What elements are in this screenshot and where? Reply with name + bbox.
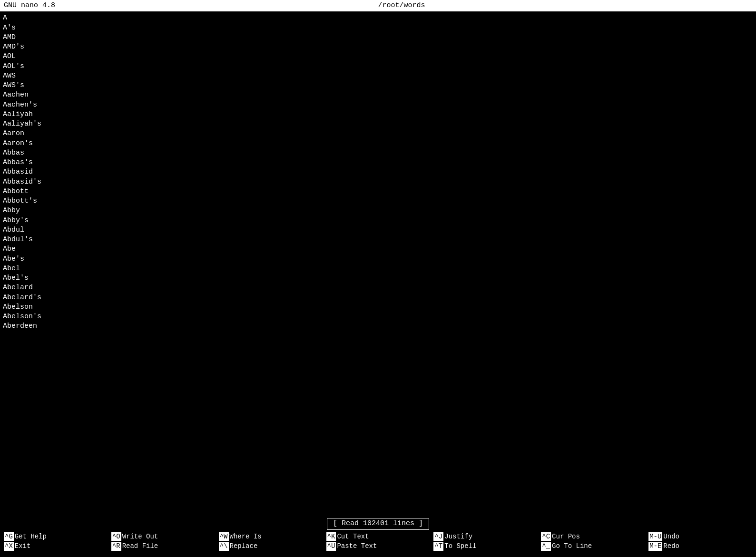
- shortcut-label: Justify: [444, 532, 472, 541]
- editor-line: Abbott: [3, 187, 753, 196]
- shortcut-label: To Spell: [444, 542, 476, 551]
- title-bar: GNU nano 4.8 /root/words: [0, 0, 756, 11]
- editor-line: Abelard: [3, 283, 753, 293]
- editor-line: AOL: [3, 52, 753, 61]
- status-message: [ Read 102401 lines ]: [327, 518, 429, 529]
- editor-line: Aachen's: [3, 100, 753, 110]
- status-bar: [ Read 102401 lines ]: [0, 517, 756, 530]
- editor-line: Abelson's: [3, 312, 753, 322]
- editor-line: Abbott's: [3, 196, 753, 206]
- shortcut-label: Go To Line: [552, 542, 592, 551]
- shortcut-key: ^X: [4, 542, 14, 551]
- editor-line: Abbasid: [3, 167, 753, 177]
- editor-line: Abdul's: [3, 235, 753, 244]
- editor-line: AOL's: [3, 62, 753, 71]
- shortcut-item[interactable]: ^J Justify: [432, 532, 539, 542]
- shortcut-label: Where Is: [230, 532, 262, 541]
- editor-line: Abbasid's: [3, 177, 753, 187]
- shortcut-item[interactable]: ^X Exit: [2, 541, 109, 551]
- shortcut-key: ^J: [433, 532, 443, 541]
- editor-line: Abe: [3, 244, 753, 254]
- editor-line: Abbas's: [3, 158, 753, 167]
- shortcut-key: ^T: [433, 542, 443, 551]
- shortcut-label: Undo: [663, 532, 679, 541]
- editor-line: Aberdeen: [3, 322, 753, 331]
- editor-line: Aaron: [3, 129, 753, 138]
- file-path: /root/words: [378, 1, 425, 10]
- shortcut-label: Cut Text: [337, 532, 369, 541]
- editor-line: A: [3, 13, 753, 23]
- shortcut-item[interactable]: ^K Cut Text: [324, 532, 432, 542]
- editor-line: Abby's: [3, 216, 753, 225]
- shortcut-key: M-U: [648, 532, 662, 541]
- editor-line: Abel: [3, 264, 753, 274]
- editor-line: Abe's: [3, 254, 753, 264]
- shortcut-key: ^C: [541, 532, 551, 541]
- shortcut-key: ^_: [541, 542, 551, 551]
- shortcut-key: ^K: [326, 532, 336, 541]
- editor-line: Abdul: [3, 225, 753, 235]
- editor-line: AWS: [3, 71, 753, 81]
- editor-line: A's: [3, 23, 753, 33]
- editor-line: AWS's: [3, 81, 753, 90]
- editor-line: AMD: [3, 33, 753, 42]
- shortcut-label: Write Out: [122, 532, 158, 541]
- editor-line: Aaron's: [3, 139, 753, 148]
- editor-line: Aaliyah: [3, 110, 753, 119]
- editor-line: AMD's: [3, 42, 753, 52]
- shortcut-item[interactable]: ^O Write Out: [109, 532, 217, 542]
- title-right: [748, 1, 752, 10]
- shortcut-key: ^R: [111, 542, 121, 551]
- shortcut-label: Redo: [663, 542, 679, 551]
- shortcut-label: Replace: [230, 542, 258, 551]
- editor-line: Aaliyah's: [3, 119, 753, 129]
- editor-line: Aachen: [3, 90, 753, 100]
- shortcut-item[interactable]: ^C Cur Pos: [539, 532, 647, 542]
- shortcut-item[interactable]: ^\ Replace: [217, 541, 324, 551]
- shortcut-label: Get Help: [15, 532, 47, 541]
- shortcut-key: ^G: [4, 532, 14, 541]
- shortcut-label: Cur Pos: [552, 532, 580, 541]
- shortcut-label: Read File: [122, 542, 158, 551]
- app-name: GNU nano 4.8: [4, 1, 55, 10]
- shortcut-item[interactable]: ^U Paste Text: [324, 541, 432, 551]
- shortcut-key: M-E: [648, 542, 662, 551]
- editor-line: Abbas: [3, 148, 753, 158]
- shortcut-item[interactable]: ^T To Spell: [432, 541, 539, 551]
- shortcut-item[interactable]: ^W Where Is: [217, 532, 324, 542]
- shortcut-item[interactable]: M-U Undo: [647, 532, 754, 542]
- editor-line: Abel's: [3, 274, 753, 283]
- shortcut-key: ^U: [326, 542, 336, 551]
- shortcut-item[interactable]: ^G Get Help: [2, 532, 109, 542]
- shortcut-item[interactable]: M-E Redo: [647, 541, 754, 551]
- shortcut-label: Exit: [15, 542, 31, 551]
- editor-area[interactable]: AA'sAMDAMD'sAOLAOL'sAWSAWS'sAachenAachen…: [0, 11, 756, 517]
- shortcut-item[interactable]: ^_ Go To Line: [539, 541, 647, 551]
- shortcut-key: ^W: [219, 532, 229, 541]
- editor-line: Abelson: [3, 303, 753, 312]
- shortcut-key: ^O: [111, 532, 121, 541]
- shortcut-label: Paste Text: [337, 542, 377, 551]
- editor-line: Abelard's: [3, 293, 753, 303]
- shortcut-bar: ^G Get Help^O Write Out^W Where Is^K Cut…: [0, 531, 756, 553]
- shortcut-key: ^\: [219, 542, 229, 551]
- shortcut-item[interactable]: ^R Read File: [109, 541, 217, 551]
- editor-line: Abby: [3, 206, 753, 215]
